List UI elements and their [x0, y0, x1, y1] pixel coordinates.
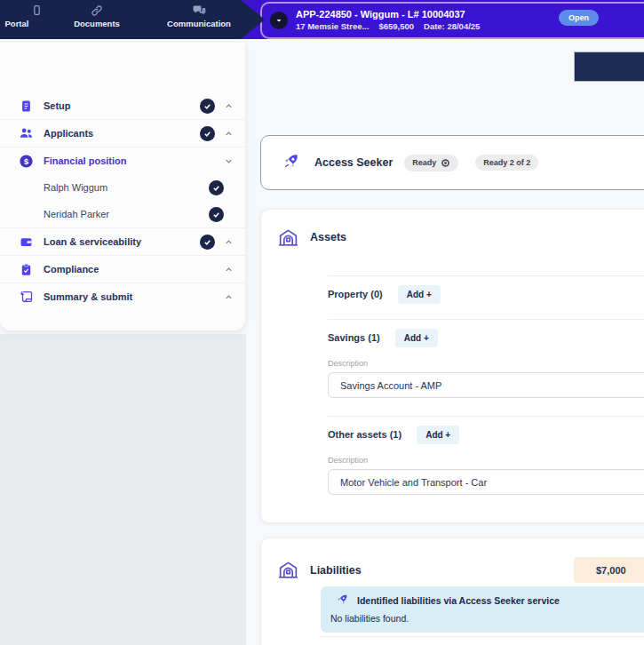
communication-icon: [193, 4, 206, 17]
open-button[interactable]: Open: [559, 10, 599, 26]
asset-group-other: Other assets (1) Add +: [328, 423, 459, 446]
complete-check-badge: [209, 207, 224, 222]
bank-house-icon: [277, 559, 299, 581]
divider: [328, 319, 644, 320]
divider: [328, 416, 644, 417]
asset-group-savings: Savings (1) Add +: [328, 326, 438, 349]
chevron-up-icon[interactable]: [223, 236, 234, 247]
chevron-up-icon[interactable]: [223, 291, 234, 302]
bank-house-icon: [277, 227, 299, 249]
sidebar-item-summary-submit[interactable]: Summary & submit: [0, 283, 245, 310]
sidebar-lower-panel: [0, 334, 246, 645]
chevron-down-icon: [274, 15, 284, 26]
nav-item-portal[interactable]: Portal: [0, 4, 48, 28]
progress-badge: Ready 2 of 2: [475, 155, 538, 171]
complete-check-badge: [200, 235, 215, 250]
application-address: 17 Memsie Stree...: [296, 21, 369, 32]
sidebar: Setup Applicants $ Financial: [0, 43, 245, 330]
complete-check-badge: [200, 99, 215, 114]
assets-title: Assets: [310, 231, 346, 243]
rocket-icon: [336, 593, 348, 608]
sidebar-subitem-neridah-parker[interactable]: Neridah Parker: [0, 201, 245, 227]
expand-application-button[interactable]: [270, 12, 288, 29]
divider: [328, 275, 644, 276]
application-date: Date: 28/04/25: [424, 21, 480, 32]
complete-check-badge: [209, 180, 224, 195]
sidebar-subitem-ralph-wiggum[interactable]: Ralph Wiggum: [0, 174, 245, 201]
app-screen: APP-224850 - Wiggum - L# 10004037 17 Mem…: [0, 0, 644, 645]
dollar-circle-icon: $: [19, 154, 34, 169]
liabilities-info-title: Identified liabilities via Access Seeker…: [357, 595, 560, 606]
other-asset-description-label: Description: [328, 456, 368, 465]
liabilities-info-box: Identified liabilities via Access Seeker…: [321, 586, 644, 633]
liabilities-info-body: No liabilities found.: [330, 613, 644, 624]
liabilities-total-badge: $7,000: [574, 557, 644, 583]
nav-item-communication[interactable]: Communication: [163, 4, 235, 28]
status-badge-ready: Ready: [404, 155, 458, 171]
chevron-up-icon[interactable]: [223, 100, 234, 111]
nav-item-documents[interactable]: Documents: [66, 4, 128, 28]
document-icon: [19, 99, 34, 114]
target-icon: [441, 158, 450, 168]
sidebar-item-compliance[interactable]: Compliance: [0, 255, 245, 283]
clipboard-check-icon: [19, 262, 34, 277]
application-amount: $659,500: [378, 21, 414, 32]
rocket-icon: [282, 153, 299, 173]
chevron-down-icon[interactable]: [223, 155, 234, 166]
savings-description-input[interactable]: [328, 372, 644, 398]
top-bar: APP-224850 - Wiggum - L# 10004037 17 Mem…: [0, 0, 644, 39]
nav-label-documents: Documents: [74, 19, 120, 28]
chevron-up-icon[interactable]: [223, 264, 234, 275]
svg-text:$: $: [24, 156, 28, 165]
documents-icon: [91, 4, 103, 17]
nav-label-communication: Communication: [167, 19, 231, 28]
wallet-icon: [19, 235, 34, 250]
top-nav: Portal Documents Communication: [0, 0, 265, 39]
chevron-up-icon[interactable]: [223, 128, 234, 139]
nav-label-portal: Portal: [5, 19, 29, 28]
add-property-button[interactable]: Add +: [398, 285, 441, 304]
liabilities-card: Liabilities $7,000 Identified liabilitie…: [260, 538, 644, 645]
add-other-asset-button[interactable]: Add +: [417, 426, 459, 444]
asset-group-property: Property (0) Add +: [328, 283, 441, 306]
sidebar-item-applicants[interactable]: Applicants: [0, 119, 245, 147]
application-title: APP-224850 - Wiggum - L# 10004037: [296, 9, 480, 21]
sidebar-item-loan-serviceability[interactable]: Loan & serviceability: [0, 227, 245, 255]
action-button-truncated[interactable]: [574, 52, 644, 82]
access-seeker-card: Access Seeker Ready Ready 2 of 2: [260, 135, 644, 190]
savings-description-label: Description: [328, 359, 368, 368]
add-savings-button[interactable]: Add +: [395, 329, 438, 347]
people-icon: [19, 126, 34, 141]
sidebar-item-setup[interactable]: Setup: [0, 92, 245, 119]
access-seeker-title: Access Seeker: [314, 156, 393, 169]
divider: [321, 636, 644, 637]
scroll-icon: [19, 290, 34, 305]
complete-check-badge: [200, 126, 215, 141]
liabilities-title: Liabilities: [310, 564, 362, 577]
sidebar-item-financial-position[interactable]: $ Financial position: [0, 147, 245, 174]
assets-card: Assets Property (0) Add + Savings (1) Ad…: [260, 209, 644, 523]
portal-icon: [31, 4, 43, 17]
other-asset-description-input[interactable]: [328, 469, 644, 495]
